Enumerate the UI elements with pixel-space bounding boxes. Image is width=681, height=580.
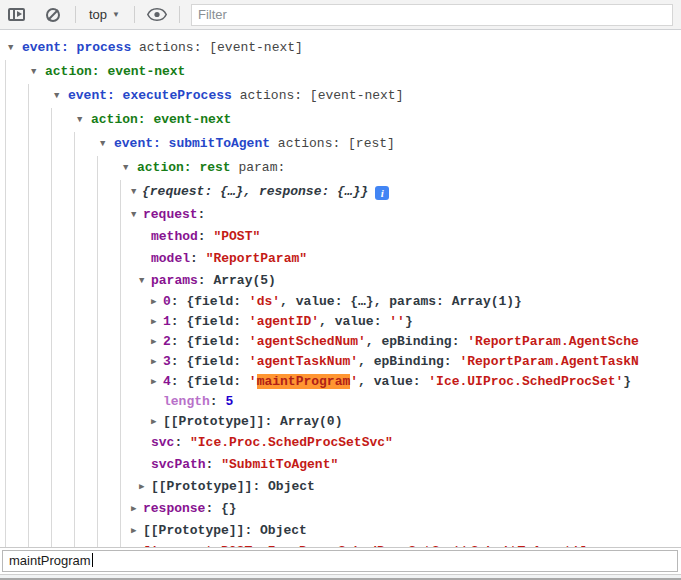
row-text: action: event-next xyxy=(91,108,231,132)
param-0-row[interactable]: ▶0: {field: 'ds', value: {…}, params: Ar… xyxy=(0,292,681,312)
text-segment: {} xyxy=(221,501,237,516)
request-row[interactable]: ▼request: xyxy=(0,204,681,226)
response-row[interactable]: ▶response: {} xyxy=(0,498,681,520)
text-segment: request xyxy=(143,207,198,222)
text-segment: 'agentTaskNum' xyxy=(249,354,358,369)
console-sidebar-toggle-icon[interactable] xyxy=(8,8,25,21)
text-segment: 3 xyxy=(163,354,171,369)
text-segment: Array(5) xyxy=(213,273,275,288)
console-rows: ▼event: process actions: [event-next]▼ac… xyxy=(0,36,681,547)
disclosure-triangle-icon[interactable]: ▼ xyxy=(31,60,36,84)
text-segment: , epBinding: xyxy=(366,334,467,349)
row-text: 2: {field: 'agentSchedNum', epBinding: '… xyxy=(163,332,639,352)
group-event-submitToAgent[interactable]: ▼event: submitToAgent actions: [rest] xyxy=(0,132,681,156)
disclosure-triangle-icon[interactable]: ▼ xyxy=(100,132,105,156)
text-segment: : xyxy=(190,251,206,266)
group-indent-guide xyxy=(28,84,29,547)
text-segment: 'ReportParam.AgentSche xyxy=(467,334,639,349)
row-text: 1: {field: 'agentID', value: ''} xyxy=(163,312,413,332)
text-segment: event: executeProcess xyxy=(68,88,240,103)
text-segment: Object xyxy=(260,523,307,538)
row-text: 4: {field: 'maintProgram', value: 'Ice.U… xyxy=(163,372,631,392)
text-segment: actions: [event-next] xyxy=(240,88,404,103)
object-preview-row[interactable]: ▼{request: {…}, response: {…}}i xyxy=(0,180,681,204)
disclosure-triangle-icon[interactable]: ▼ xyxy=(8,36,13,60)
disclosure-triangle-icon[interactable]: ▶ xyxy=(139,476,144,498)
param-4-row[interactable]: ▶4: {field: 'maintProgram', value: 'Ice.… xyxy=(0,372,681,392)
live-expression-eye-icon[interactable] xyxy=(147,8,167,21)
clear-console-icon[interactable] xyxy=(46,8,60,22)
group-indent-guide xyxy=(120,180,121,547)
group-event-process[interactable]: ▼event: process actions: [event-next] xyxy=(0,36,681,60)
text-segment: 'ds' xyxy=(249,294,280,309)
row-text: svc: "Ice.Proc.SchedProcSetSvc" xyxy=(151,432,393,454)
bottom-edge-strip xyxy=(0,574,681,580)
svc-row: svc: "Ice.Proc.SchedProcSetSvc" xyxy=(0,432,681,454)
text-segment: action: rest xyxy=(137,160,238,175)
text-segment: 5 xyxy=(225,394,233,409)
filter-input[interactable] xyxy=(191,4,673,26)
text-segment: : {field: xyxy=(171,334,249,349)
disclosure-triangle-icon[interactable]: ▶ xyxy=(151,352,156,372)
text-segment: } xyxy=(405,314,413,329)
text-segment: ' xyxy=(249,374,257,389)
disclosure-triangle-icon[interactable]: ▶ xyxy=(151,372,156,392)
disclosure-triangle-icon[interactable]: ▶ xyxy=(151,412,156,432)
row-text: svcPath: "SubmitToAgent" xyxy=(151,454,338,476)
text-segment: 1 xyxy=(163,314,171,329)
text-segment: "ReportParam" xyxy=(206,251,307,266)
chevron-down-icon[interactable]: ▼ xyxy=(112,10,120,19)
disclosure-triangle-icon[interactable]: ▼ xyxy=(139,270,144,292)
text-segment: : xyxy=(210,394,226,409)
row-text: event: executeProcess actions: [event-ne… xyxy=(68,84,403,108)
text-segment: actions: [event-next] xyxy=(139,40,303,55)
object-prototype-row[interactable]: ▶[[Prototype]]: Object xyxy=(0,520,681,542)
disclosure-triangle-icon[interactable]: ▼ xyxy=(123,156,128,180)
row-text: length: 5 xyxy=(163,392,233,412)
method-row: method: "POST" xyxy=(0,226,681,248)
disclosure-triangle-icon[interactable]: ▶ xyxy=(151,292,156,312)
find-input[interactable]: maintProgram xyxy=(2,550,678,572)
text-segment: , value: xyxy=(319,314,389,329)
text-segment: action: event-next xyxy=(45,64,185,79)
param-2-row[interactable]: ▶2: {field: 'agentSchedNum', epBinding: … xyxy=(0,332,681,352)
devtools-console-panel: top ▼ ▼event: process actions: [event-ne… xyxy=(0,0,681,580)
disclosure-triangle-icon[interactable]: ▶ xyxy=(131,520,136,542)
context-selector[interactable]: top xyxy=(89,7,107,22)
disclosure-triangle-icon[interactable]: ▼ xyxy=(131,180,136,204)
text-segment: 'agentSchedNum' xyxy=(249,334,366,349)
disclosure-triangle-icon[interactable]: ▶ xyxy=(131,498,136,520)
row-text: response: {} xyxy=(143,498,237,520)
param-1-row[interactable]: ▶1: {field: 'agentID', value: ''} xyxy=(0,312,681,332)
param-3-row[interactable]: ▶3: {field: 'agentTaskNum', epBinding: '… xyxy=(0,352,681,372)
console-toolbar: top ▼ xyxy=(0,0,681,30)
text-segment: : xyxy=(264,414,280,429)
svcPath-row: svcPath: "SubmitToAgent" xyxy=(0,454,681,476)
row-text: 0: {field: 'ds', value: {…}, params: Arr… xyxy=(163,292,522,312)
group-action-event-next-2[interactable]: ▼action: event-next xyxy=(0,108,681,132)
group-event-executeProcess[interactable]: ▼event: executeProcess actions: [event-n… xyxy=(0,84,681,108)
disclosure-triangle-icon[interactable]: ▼ xyxy=(77,108,82,132)
params-row[interactable]: ▼params: Array(5) xyxy=(0,270,681,292)
find-bar: maintProgram xyxy=(0,547,681,574)
text-segment: Array(0) xyxy=(280,414,342,429)
disclosure-triangle-icon[interactable]: ▶ xyxy=(151,312,156,332)
row-text: params: Array(5) xyxy=(151,270,276,292)
group-indent-guide xyxy=(97,156,98,547)
row-text: request: xyxy=(143,204,205,226)
disclosure-triangle-icon[interactable]: ▶ xyxy=(151,332,156,352)
text-segment: 'agentID' xyxy=(249,314,319,329)
group-action-rest[interactable]: ▼action: rest param: xyxy=(0,156,681,180)
length-row: length: 5 xyxy=(0,392,681,412)
text-segment: 'Ice.UIProc.SchedProcSet' xyxy=(428,374,623,389)
group-action-event-next[interactable]: ▼action: event-next xyxy=(0,60,681,84)
request-prototype-row[interactable]: ▶[[Prototype]]: Object xyxy=(0,476,681,498)
disclosure-triangle-icon[interactable]: ▼ xyxy=(131,204,136,226)
row-text: action: rest param: xyxy=(137,156,285,180)
disclosure-triangle-icon[interactable]: ▼ xyxy=(54,84,59,108)
text-segment: : xyxy=(198,207,206,222)
text-segment: param: xyxy=(238,160,285,175)
info-icon[interactable]: i xyxy=(375,186,389,200)
params-prototype-row[interactable]: ▶[[Prototype]]: Array(0) xyxy=(0,412,681,432)
text-segment: "SubmitToAgent" xyxy=(221,457,338,472)
